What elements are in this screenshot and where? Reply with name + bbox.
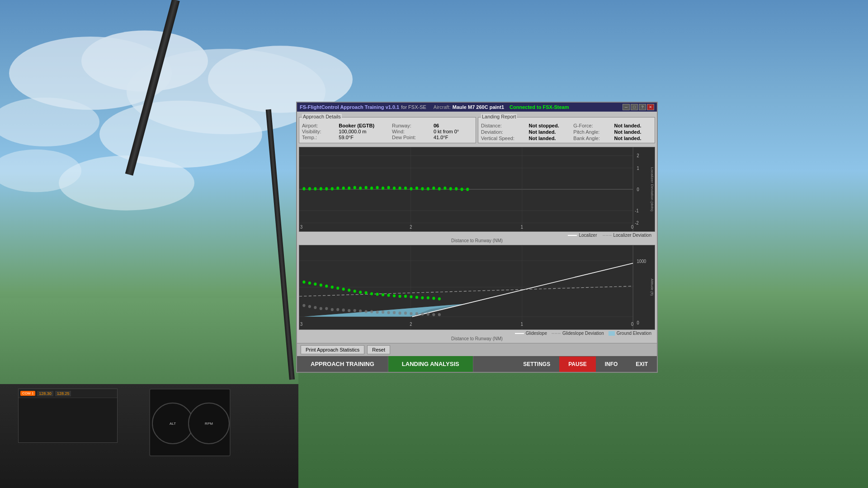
svg-point-94	[387, 294, 390, 297]
com1-freq: 128.30	[37, 391, 53, 396]
for-text: for FSX-SE	[401, 104, 426, 110]
close-button[interactable]: ✕	[647, 104, 654, 110]
svg-text:Altitude (ft): Altitude (ft)	[650, 278, 654, 296]
print-statistics-button[interactable]: Print Approach Statistics	[301, 345, 364, 354]
approach-training-tab[interactable]: APPROACH TRAINING	[297, 356, 388, 372]
pitch-angle-label: Pitch Angle:	[573, 129, 610, 135]
glideslope-legend-item: Glideslope	[515, 331, 547, 336]
glideslope-legend: Glideslope Glideslope Deviation Ground E…	[299, 330, 655, 336]
vertical-speed-label: Vertical Speed:	[481, 136, 525, 141]
svg-point-109	[331, 308, 334, 311]
airport-label: Airport:	[302, 123, 335, 128]
dew-point-label: Dew Point:	[392, 135, 430, 140]
svg-point-119	[387, 311, 390, 314]
svg-point-87	[348, 289, 350, 292]
svg-point-98	[410, 295, 412, 298]
localizer-x-label-text: Distance to Runway (NM)	[451, 238, 503, 243]
svg-point-53	[427, 187, 429, 190]
help-button[interactable]: ?	[639, 104, 646, 110]
svg-point-93	[382, 293, 384, 296]
svg-text:0: 0	[631, 322, 634, 327]
connection-status: Connected to FSX-Steam	[509, 104, 569, 110]
svg-point-36	[331, 187, 334, 190]
reset-button[interactable]: Reset	[367, 345, 390, 354]
localizer-deviation-label: Localizer Deviation	[613, 233, 652, 238]
svg-point-127	[432, 313, 435, 316]
svg-point-46	[387, 186, 390, 189]
svg-point-103	[438, 297, 441, 300]
svg-point-34	[320, 187, 322, 190]
svg-point-124	[415, 312, 418, 315]
glideslope-label: Glideslope	[526, 331, 547, 336]
svg-text:3: 3	[300, 322, 302, 327]
svg-point-57	[449, 187, 452, 190]
gauge-cluster: ALT RPM	[149, 389, 231, 456]
svg-point-54	[432, 187, 435, 190]
svg-text:2: 2	[410, 322, 412, 327]
bottom-nav: APPROACH TRAINING LANDING ANALYSIS SETTI…	[297, 356, 657, 372]
svg-point-45	[382, 187, 384, 190]
gauge-svg: ALT RPM	[150, 389, 231, 457]
svg-point-43	[370, 187, 373, 190]
glideslope-chart: 1000 0 Altitude (ft) 3 2 1 0	[299, 245, 655, 330]
svg-point-60	[466, 188, 469, 191]
settings-button[interactable]: SETTINGS	[514, 357, 559, 372]
landing-analysis-tab[interactable]: LANDING ANALYSIS	[388, 356, 473, 372]
svg-point-52	[421, 187, 424, 190]
svg-point-120	[393, 311, 396, 314]
wind-value: 0 kt from 0°	[434, 129, 473, 134]
svg-point-99	[415, 296, 418, 299]
svg-point-42	[365, 186, 368, 189]
restore-button[interactable]: □	[631, 104, 638, 110]
svg-point-117	[376, 310, 378, 314]
svg-point-101	[427, 296, 429, 300]
svg-point-123	[410, 312, 412, 315]
svg-point-110	[336, 308, 339, 311]
svg-point-86	[342, 288, 345, 291]
localizer-legend: Localizer Localizer Deviation	[299, 232, 655, 238]
svg-point-79	[302, 281, 305, 284]
deviation-value: Not landed.	[529, 129, 570, 135]
svg-point-106	[314, 306, 316, 309]
svg-point-97	[404, 295, 407, 298]
svg-text:1: 1	[521, 322, 523, 327]
svg-point-59	[461, 188, 463, 191]
landing-report-title: Landing Report	[481, 114, 517, 119]
visibility-label: Visibility:	[302, 129, 335, 134]
svg-point-108	[325, 307, 328, 310]
svg-point-88	[354, 290, 356, 293]
svg-point-49	[404, 187, 407, 190]
svg-point-31	[302, 187, 305, 190]
svg-point-89	[359, 291, 362, 294]
svg-point-128	[438, 313, 441, 316]
com1-label: COM 1	[20, 391, 35, 396]
svg-point-125	[421, 313, 424, 316]
bottom-toolbar: Print Approach Statistics Reset	[297, 343, 657, 356]
distance-label: Distance:	[481, 123, 525, 128]
nav-left-group: APPROACH TRAINING LANDING ANALYSIS	[297, 356, 514, 372]
svg-point-80	[308, 282, 311, 285]
svg-text:3: 3	[300, 224, 302, 230]
svg-text:2: 2	[410, 224, 412, 230]
g-force-value: Not landed.	[614, 123, 652, 128]
glideslope-svg: 1000 0 Altitude (ft) 3 2 1 0	[299, 245, 655, 329]
svg-point-113	[354, 309, 356, 312]
aircraft-label: Aircraft:	[434, 104, 451, 110]
svg-point-90	[365, 291, 368, 294]
title-bar: FS-FlightControl Approach Training v1.0.…	[297, 103, 657, 112]
radio-stack: COM 1 128.30 128.25	[18, 389, 118, 443]
glideslope-chart-section: 1000 0 Altitude (ft) 3 2 1 0	[299, 245, 655, 341]
g-force-label: G-Force:	[573, 123, 610, 128]
pause-button[interactable]: PAUSE	[559, 357, 595, 372]
svg-point-122	[404, 312, 407, 315]
minimize-button[interactable]: ─	[623, 104, 630, 110]
ground-elevation-fill-sample	[609, 331, 615, 336]
charts-area: 2 1 0 -1 -2 Localizer Deviation (dots) 3…	[297, 145, 657, 343]
main-panel: FS-FlightControl Approach Training v1.0.…	[296, 102, 658, 373]
exit-button[interactable]: EXIT	[627, 357, 657, 372]
airport-value: Booker (EGTB)	[339, 123, 388, 128]
svg-point-107	[320, 307, 322, 310]
info-button[interactable]: INFO	[596, 357, 627, 372]
glideslope-deviation-label: Glideslope Deviation	[562, 331, 604, 336]
localizer-chart: 2 1 0 -1 -2 Localizer Deviation (dots) 3…	[299, 147, 655, 232]
